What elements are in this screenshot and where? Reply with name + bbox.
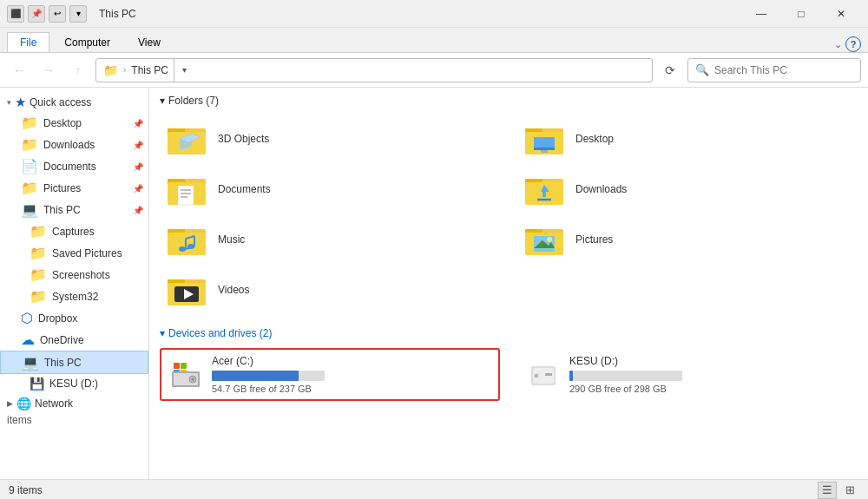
quick-access-icon[interactable]: ⬛ — [7, 5, 24, 23]
drive-c-info: Acer (C:) 54.7 GB free of 237 GB — [212, 355, 491, 394]
svg-point-57 — [535, 374, 538, 378]
forward-button[interactable]: → — [36, 58, 61, 82]
drive-d-icon — [526, 358, 561, 392]
sidebar-item-kesu[interactable]: 💾 KESU (D:) — [0, 374, 148, 393]
network-header[interactable]: ▶ 🌐 Network — [0, 393, 148, 412]
folder-downloads[interactable]: Downloads — [517, 166, 858, 213]
this-pc-icon: 💻 — [22, 354, 39, 371]
desktop-folder-icon: 📁 — [21, 115, 38, 131]
svg-rect-56 — [545, 373, 552, 376]
devices-grid: Acer (C:) 54.7 GB free of 237 GB — [160, 348, 858, 401]
drive-c-bar-container — [212, 371, 325, 381]
drive-c-name: Acer (C:) — [212, 355, 491, 367]
address-folder-icon: 📁 — [103, 63, 118, 77]
navigation-bar: ← → ↑ 📁 › This PC ▾ ⟳ 🔍 — [0, 53, 868, 88]
status-items-count: 9 items — [9, 484, 43, 496]
refresh-button[interactable]: ⟳ — [658, 58, 682, 82]
sidebar-item-saved-pictures[interactable]: 📁 Saved Pictures — [0, 242, 148, 264]
downloads-folder-svg — [525, 172, 567, 207]
dropbox-icon: ⬡ — [21, 310, 33, 326]
sidebar-item-this-pc-quick[interactable]: 💻 This PC 📌 — [0, 199, 148, 220]
minimize-button[interactable]: — — [741, 0, 781, 28]
folders-section-header[interactable]: ▾ Folders (7) — [160, 95, 858, 107]
sidebar-item-downloads[interactable]: 📁 Downloads 📌 — [0, 134, 148, 155]
downloads-folder-icon: 📁 — [21, 136, 38, 153]
sidebar-item-onedrive[interactable]: ☁ OneDrive — [0, 329, 148, 351]
downloads-pin-icon: 📌 — [133, 140, 143, 149]
desktop-pin-icon: 📌 — [133, 118, 143, 128]
folder-3d-objects[interactable]: 3D Objects — [160, 115, 500, 162]
drive-c[interactable]: Acer (C:) 54.7 GB free of 237 GB — [160, 348, 500, 401]
tab-view[interactable]: View — [125, 32, 174, 52]
quick-access-star-icon: ★ — [15, 95, 26, 110]
search-input[interactable] — [714, 64, 853, 76]
drive-d-bar — [569, 371, 573, 381]
videos-icon-container — [168, 272, 209, 307]
screenshots-folder-icon: 📁 — [30, 266, 47, 283]
drive-c-icon-container — [168, 358, 203, 392]
ribbon: File Computer View ⌄ ? — [0, 28, 868, 53]
drive-d-info: KESU (D:) 290 GB free of 298 GB — [569, 355, 849, 394]
help-icon[interactable]: ? — [845, 36, 861, 52]
svg-point-38 — [547, 237, 552, 242]
sidebar-item-screenshots[interactable]: 📁 Screenshots — [0, 264, 148, 286]
sidebar-item-captures[interactable]: 📁 Captures — [0, 220, 148, 242]
expand-ribbon-icon[interactable]: ⌄ — [834, 39, 842, 50]
sidebar-item-pictures[interactable]: 📁 Pictures 📌 — [0, 177, 148, 199]
search-icon: 🔍 — [695, 63, 709, 76]
back-button[interactable]: ← — [7, 58, 31, 82]
drive-c-icon — [168, 358, 203, 392]
sidebar-item-documents[interactable]: 📄 Documents 📌 — [0, 155, 148, 177]
undo-icon[interactable]: ↩ — [49, 5, 66, 23]
search-box[interactable]: 🔍 — [687, 58, 861, 82]
folder-music[interactable]: Music — [160, 216, 500, 263]
sidebar-item-desktop[interactable]: 📁 Desktop 📌 — [0, 112, 148, 134]
devices-section-header[interactable]: ▾ Devices and drives (2) — [160, 327, 858, 339]
3d-objects-folder-icon — [168, 121, 209, 156]
address-bar[interactable]: 📁 › This PC ▾ — [95, 58, 653, 82]
folder-pictures[interactable]: Pictures — [517, 216, 858, 263]
folder-desktop-label: Desktop — [575, 133, 614, 145]
down-icon[interactable]: ▾ — [69, 5, 87, 23]
folder-downloads-label: Downloads — [575, 183, 627, 195]
address-dropdown-button[interactable]: ▾ — [174, 58, 194, 82]
svg-rect-49 — [174, 363, 180, 369]
large-icons-view-button[interactable]: ⊞ — [840, 482, 859, 499]
svg-rect-9 — [534, 148, 555, 150]
quick-access-header[interactable]: ▾ ★ Quick access — [0, 91, 148, 112]
folders-section-label: Folders (7) — [168, 95, 219, 107]
pictures-folder-svg — [525, 222, 567, 257]
folder-videos[interactable]: Videos — [160, 266, 500, 313]
drive-d[interactable]: KESU (D:) 290 GB free of 298 GB — [517, 348, 858, 401]
close-button[interactable]: ✕ — [821, 0, 861, 28]
tab-computer[interactable]: Computer — [51, 32, 123, 52]
up-button[interactable]: ↑ — [66, 58, 90, 82]
details-view-button[interactable]: ☰ — [818, 482, 837, 499]
pin-icon[interactable]: 📌 — [28, 5, 45, 23]
sidebar-item-dropbox[interactable]: ⬡ Dropbox — [0, 307, 148, 329]
documents-pin-icon: 📌 — [133, 161, 143, 171]
devices-section-label: Devices and drives (2) — [168, 327, 272, 339]
drive-d-name: KESU (D:) — [569, 355, 849, 367]
tab-file[interactable]: File — [7, 32, 49, 52]
documents-folder-svg — [168, 172, 209, 207]
maximize-button[interactable]: □ — [781, 0, 821, 28]
folder-pictures-label: Pictures — [575, 233, 613, 246]
folder-documents[interactable]: Documents — [160, 166, 500, 213]
svg-point-27 — [179, 246, 186, 252]
desktop-icon-container — [525, 121, 567, 156]
devices-chevron: ▾ — [160, 327, 165, 339]
network-icon: 🌐 — [16, 397, 31, 410]
sidebar-item-this-pc[interactable]: 💻 This PC — [0, 351, 148, 374]
downloads-icon-container — [525, 172, 567, 207]
address-path: This PC — [131, 64, 168, 76]
pictures-folder-icon: 📁 — [21, 180, 38, 196]
svg-point-48 — [192, 378, 194, 380]
sidebar-item-system32[interactable]: 📁 System32 — [0, 286, 148, 307]
folder-desktop[interactable]: Desktop — [517, 115, 858, 162]
folder-music-label: Music — [218, 233, 245, 246]
kesu-drive-icon: 💾 — [30, 377, 44, 391]
system32-folder-icon: 📁 — [30, 288, 47, 305]
pictures-icon-container — [525, 222, 567, 257]
drive-d-free: 290 GB free of 298 GB — [569, 384, 849, 394]
